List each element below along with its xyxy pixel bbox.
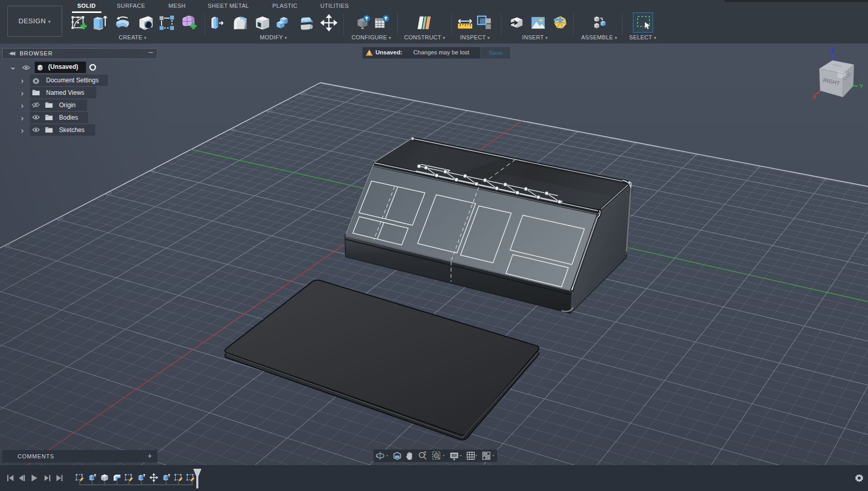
svg-text:X: X (812, 93, 816, 100)
svg-text:Z: Z (831, 47, 834, 54)
svg-text:Y: Y (859, 83, 863, 90)
svg-text:50: 50 (572, 129, 578, 135)
